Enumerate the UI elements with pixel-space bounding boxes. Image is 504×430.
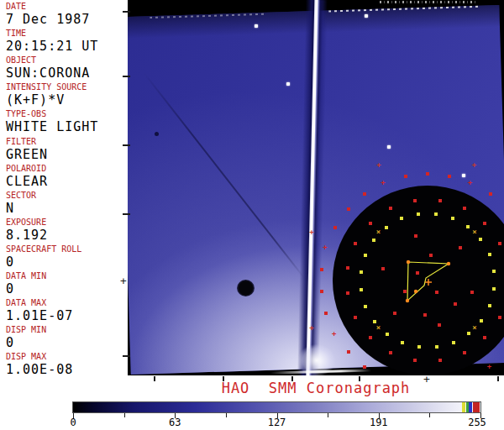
metadata-field: EXPOSURE8.192 bbox=[6, 218, 48, 241]
field-label: POLAROID bbox=[6, 165, 48, 173]
field-label: EXPOSURE bbox=[6, 218, 48, 227]
metadata-field: POLAROIDCLEAR bbox=[6, 165, 48, 187]
sun-center-axis-mark: + bbox=[120, 276, 127, 286]
colorbar-stripe bbox=[462, 402, 465, 412]
field-label: TYPE-OBS bbox=[6, 110, 98, 118]
metadata-field: DATE7 Dec 1987 bbox=[6, 3, 90, 25]
field-label: DISP MIN bbox=[6, 326, 46, 334]
field-value: (K+F)*V bbox=[6, 94, 87, 106]
metadata-field: SPACECRAFT ROLL0 bbox=[6, 245, 81, 268]
field-label: DATA MAX bbox=[6, 299, 73, 307]
field-label: DISP MAX bbox=[6, 353, 73, 361]
metadata-field: SECTORN bbox=[6, 191, 36, 214]
field-value: 0 bbox=[6, 283, 46, 295]
field-value: 0 bbox=[6, 337, 46, 349]
field-label: TIME bbox=[6, 29, 98, 38]
colorbar-tick-label: 191 bbox=[370, 417, 388, 427]
polygon-vertex-dot bbox=[414, 290, 417, 293]
field-label: OBJECT bbox=[6, 56, 90, 65]
field-value: 1.00E-08 bbox=[6, 364, 73, 375]
field-label: DATA MIN bbox=[6, 272, 46, 281]
annotation-overlay bbox=[128, 0, 504, 375]
colorbar-tick-label: 255 bbox=[468, 417, 486, 427]
field-label: SECTOR bbox=[6, 191, 36, 200]
field-label: DATE bbox=[6, 3, 90, 11]
colorbar-stripe bbox=[469, 402, 472, 412]
metadata-field: OBJECTSUN:CORONA bbox=[6, 56, 90, 79]
field-value: SUN:CORONA bbox=[6, 67, 90, 79]
metadata-field: DATA MAX1.01E-07 bbox=[6, 299, 73, 322]
colorbar-gradient bbox=[72, 401, 481, 413]
field-value: WHITE LIGHT bbox=[6, 121, 98, 133]
colorbar-tick-label: 127 bbox=[268, 417, 286, 427]
axis-tick-left bbox=[123, 213, 130, 215]
metadata-field: DISP MAX1.00E-08 bbox=[6, 353, 73, 375]
colorbar-minor-tick bbox=[124, 413, 125, 417]
coronagraph-image: ++++++++××××++++++++ bbox=[128, 0, 504, 375]
field-label: FILTER bbox=[6, 138, 48, 146]
colorbar-stripe bbox=[473, 402, 480, 412]
colorbar-minor-tick bbox=[429, 413, 430, 417]
image-title: HAO SMM Coronagraph bbox=[128, 380, 504, 396]
metadata-field: DATA MIN0 bbox=[6, 272, 46, 295]
field-value: N bbox=[6, 202, 36, 214]
colorbar-minor-tick bbox=[226, 413, 227, 417]
field-label: SPACECRAFT ROLL bbox=[6, 245, 81, 254]
field-value: 8.192 bbox=[6, 229, 48, 241]
sun-center-mark bbox=[425, 279, 432, 286]
metadata-field: TIME20:15:21 UT bbox=[6, 29, 98, 52]
polygon-vertex-dot bbox=[406, 299, 409, 302]
metadata-field: INTENSITY SOURCE(K+F)*V bbox=[6, 83, 87, 106]
metadata-field: FILTERGREEN bbox=[6, 138, 48, 160]
field-value: 20:15:21 UT bbox=[6, 40, 98, 52]
metadata-field: DISP MIN0 bbox=[6, 326, 46, 349]
axis-tick-left bbox=[123, 76, 130, 77]
axis-tick-left bbox=[123, 144, 130, 146]
axis-tick-left bbox=[123, 11, 130, 13]
axis-tick-left bbox=[123, 355, 130, 357]
polygon-vertex-dot bbox=[407, 260, 410, 264]
colorbar-minor-tick bbox=[328, 413, 328, 417]
colorbar-tick-label: 0 bbox=[70, 417, 76, 427]
metadata-field: TYPE-OBSWHITE LIGHT bbox=[6, 110, 98, 133]
field-value: CLEAR bbox=[6, 176, 48, 187]
field-value: 7 Dec 1987 bbox=[6, 13, 90, 25]
colorbar-tick-label: 63 bbox=[169, 417, 181, 427]
field-value: GREEN bbox=[6, 149, 48, 160]
field-label: INTENSITY SOURCE bbox=[6, 83, 87, 92]
field-value: 1.01E-07 bbox=[6, 310, 73, 322]
metadata-panel: DATE7 Dec 1987TIME20:15:21 UTOBJECTSUN:C… bbox=[0, 0, 128, 430]
field-value: 0 bbox=[6, 256, 81, 268]
polygon-vertex-dot bbox=[447, 262, 450, 265]
